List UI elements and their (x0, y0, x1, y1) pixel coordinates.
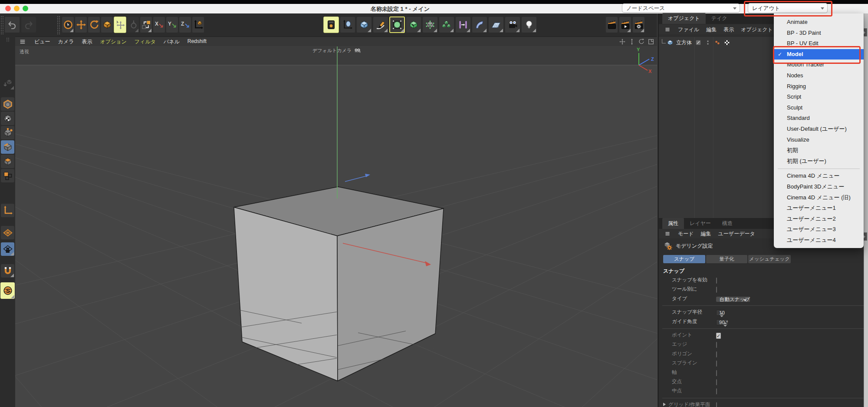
coordinate-system-button[interactable] (140, 17, 152, 33)
ツール別に-checkbox[interactable] (716, 287, 717, 293)
layout-menu-item-cinema-4d-[interactable]: Cinema 4D メニュー (旧) (774, 192, 864, 203)
snap-settings-button[interactable]: S (0, 282, 15, 299)
attribute-manager-menu-2[interactable]: 編集 (701, 230, 711, 238)
layout-menu-item-nodes[interactable]: Nodes (774, 70, 864, 81)
bend-button[interactable] (472, 17, 487, 33)
expander-chevron-icon[interactable] (663, 403, 667, 406)
viewport-dolly-control[interactable] (628, 38, 635, 47)
object-manager-tab-2[interactable]: テイク (706, 13, 733, 24)
camera-button[interactable] (505, 17, 520, 33)
グリッド/作業平面-checkbox[interactable] (716, 402, 717, 407)
viewport-menu-6[interactable]: パネル (164, 38, 180, 46)
polygon-mode-button[interactable] (1, 155, 14, 168)
object-manager-menu-3[interactable]: 表示 (723, 26, 734, 33)
primitive-cube-button[interactable] (356, 17, 372, 33)
spline-pen-button[interactable] (373, 17, 388, 33)
subdivision-surface-button[interactable] (389, 17, 405, 33)
axis-mode-button[interactable] (1, 204, 14, 217)
toolbar-grip[interactable] (0, 16, 3, 35)
lock-x-button[interactable]: X (153, 17, 165, 33)
viewport-menu-5[interactable]: フィルタ (135, 38, 156, 46)
lock-workplane-button[interactable] (1, 242, 14, 256)
ポイント-checkbox[interactable]: ✓ (716, 333, 721, 339)
スナップ半径-field[interactable]: 10 (716, 310, 725, 316)
tweak-rotate-button[interactable] (127, 17, 139, 33)
layout-menu-item--4[interactable]: ユーザーメニュー4 (774, 235, 864, 246)
layout-menu-item-visualize[interactable]: Visualize (774, 135, 864, 146)
render-view-button[interactable] (323, 17, 339, 33)
viewport-menu-7[interactable]: Redshift (187, 38, 207, 46)
minimize-window-button[interactable] (14, 6, 20, 11)
hamburger-menu-icon[interactable] (664, 231, 671, 236)
hamburger-menu-icon[interactable] (19, 39, 26, 45)
make-editable-button[interactable] (1, 76, 14, 90)
visibility-dots[interactable] (705, 40, 711, 46)
world-axis-button[interactable] (192, 17, 204, 33)
undo-button[interactable] (4, 17, 20, 33)
point-mode-button[interactable] (1, 126, 14, 139)
attribute-manager-tab-1[interactable]: 属性 (662, 218, 684, 229)
light-button[interactable] (521, 17, 537, 33)
layout-menu-item-standard[interactable]: Standard (774, 113, 864, 124)
object-name[interactable]: 立方体 (676, 39, 692, 46)
交点-checkbox[interactable] (716, 379, 717, 385)
layout-menu-item--[interactable]: 初期 (774, 145, 864, 156)
snap-toggle-button[interactable] (1, 264, 14, 278)
live-selection-button[interactable] (62, 17, 74, 33)
render-picture-viewer-button[interactable] (619, 17, 631, 33)
viewport-menu-1[interactable]: ビュー (34, 38, 50, 46)
layout-menu-item-model[interactable]: ✓Model (774, 49, 864, 60)
snap-type-select[interactable]: 自動スナップ (716, 297, 750, 302)
cloner-button[interactable] (455, 17, 471, 33)
model-mode-button[interactable] (1, 97, 14, 111)
layout-menu-item-animate[interactable]: Animate (774, 17, 864, 28)
ポリゴン-checkbox[interactable] (716, 351, 717, 357)
layout-menu-item-script[interactable]: Script (774, 92, 864, 103)
エッジ-checkbox[interactable] (716, 342, 717, 348)
tweak-mode-button[interactable] (1, 169, 14, 182)
中点-checkbox[interactable] (716, 388, 717, 394)
軸-checkbox[interactable] (716, 370, 717, 376)
nodespace-dropdown[interactable]: ノードスペース (622, 3, 740, 13)
viewport-pan-control[interactable] (619, 38, 626, 47)
enable-dots[interactable] (714, 40, 720, 46)
toolbar-grip[interactable] (57, 16, 60, 35)
layout-menu-item--3[interactable]: ユーザーメニュー3 (774, 224, 864, 235)
spline-axis-button[interactable] (340, 17, 355, 33)
hamburger-menu-icon[interactable] (664, 27, 671, 32)
attribute-manager-tab-3[interactable]: 構造 (717, 218, 738, 229)
lock-y-button[interactable]: Y (166, 17, 178, 33)
object-manager-menu-2[interactable]: 編集 (706, 26, 717, 33)
layout-menu-item--1[interactable]: ユーザーメニュー1 (774, 203, 864, 214)
viewport-maximize-control[interactable] (648, 38, 654, 47)
lattice-button[interactable] (422, 17, 438, 33)
zoom-window-button[interactable] (23, 6, 28, 11)
viewport-orbit-control[interactable] (638, 38, 645, 47)
close-window-button[interactable] (5, 6, 11, 11)
rotate-button[interactable] (88, 17, 100, 33)
viewport-menu-4[interactable]: オプション (100, 38, 126, 46)
layout-menu-item-bodypaint-3d-[interactable]: BodyPaint 3Dメニュー (774, 182, 864, 192)
redo-button[interactable] (21, 17, 36, 33)
move-button[interactable] (75, 17, 87, 33)
texture-mode-button[interactable] (1, 112, 14, 125)
layout-menu-item-bp-uv-edit[interactable]: BP - UV Edit (774, 38, 864, 49)
viewport-canvas[interactable] (15, 46, 657, 407)
viewport-perspective[interactable]: 透視 デフォルトカメラ Y Z X (15, 46, 657, 407)
attribute-manager-menu-1[interactable]: モード (678, 230, 694, 238)
render-settings-button[interactable] (632, 17, 645, 33)
layout-menu-item--2[interactable]: ユーザーメニュー2 (774, 214, 864, 225)
object-manager-menu-1[interactable]: ファイル (678, 26, 699, 33)
display-filter[interactable] (724, 40, 730, 46)
object-manager-tab-1[interactable]: オブジェクト (662, 13, 706, 24)
tweak-move-button[interactable] (114, 17, 126, 33)
object-manager-menu-4[interactable]: オブジェクト (741, 26, 773, 33)
スナップを有効-checkbox[interactable] (716, 278, 717, 284)
palette-grip[interactable] (6, 37, 10, 42)
layout-menu-item-user-default-[interactable]: User-Default (ユーザー) (774, 124, 864, 135)
スプライン-checkbox[interactable] (716, 361, 717, 367)
workplane-mode-button[interactable] (1, 226, 14, 239)
lock-z-button[interactable]: Z (179, 17, 191, 33)
edit-toggle[interactable] (695, 40, 701, 46)
layout-dropdown[interactable]: レイアウト (748, 3, 828, 13)
